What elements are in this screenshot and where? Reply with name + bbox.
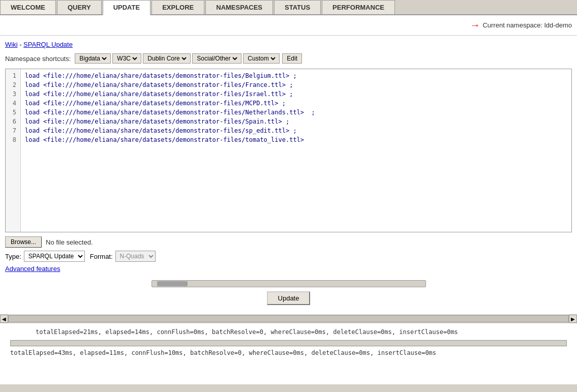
tab-update[interactable]: UPDATE	[103, 0, 150, 15]
breadcrumb: Wiki - SPARQL Update	[5, 41, 572, 48]
results-area: totalElapsed=21ms, elapsed=14ms, connFlu…	[0, 323, 577, 384]
social-other-shortcut[interactable]: Social/Other	[192, 53, 241, 64]
tab-performance[interactable]: PERFORMANCE	[322, 0, 395, 14]
tab-welcome[interactable]: WELCOME	[0, 0, 56, 14]
scrollbar-thumb[interactable]	[157, 281, 188, 286]
edit-button[interactable]: Edit	[282, 53, 302, 64]
line-numbers: 1 2 3 4 5 6 7 8	[6, 69, 21, 232]
code-content[interactable]: load <file:///home/eliana/share/datasets…	[21, 69, 571, 232]
social-other-select[interactable]: Social/Other	[195, 54, 239, 63]
scroll-left-arrow[interactable]: ◀	[0, 315, 8, 323]
dublin-core-shortcut[interactable]: Dublin Core	[143, 53, 191, 64]
namespace-label: Current namespace: ldd-demo	[482, 21, 572, 29]
code-editor[interactable]: 1 2 3 4 5 6 7 8 load <file:///home/elian…	[5, 69, 572, 232]
result-line-1: totalElapsed=21ms, elapsed=14ms, connFlu…	[10, 328, 567, 336]
no-file-label: No file selected.	[46, 238, 93, 246]
advanced-features-link[interactable]: Advanced features	[5, 265, 60, 273]
bottom-scroll-track[interactable]	[8, 315, 569, 322]
format-label: Format:	[90, 253, 113, 260]
type-label: Type:	[5, 253, 21, 260]
namespace-arrow-icon: →	[470, 19, 480, 31]
w3c-shortcut[interactable]: W3C	[112, 53, 141, 64]
update-button[interactable]: Update	[267, 291, 311, 305]
custom-select[interactable]: Custom	[246, 54, 277, 63]
sparql-update-link[interactable]: SPARQL Update	[23, 41, 73, 48]
browse-button[interactable]: Browse...	[5, 236, 42, 248]
type-select[interactable]: SPARQL Update	[24, 251, 85, 262]
tab-status[interactable]: STATUS	[274, 0, 321, 14]
wiki-link[interactable]: Wiki	[5, 41, 18, 48]
scroll-right-arrow[interactable]: ▶	[569, 315, 577, 323]
tab-namespaces[interactable]: NAMESPACES	[205, 0, 273, 14]
file-input-row: Browse... No file selected.	[5, 236, 572, 248]
inner-scroll-track[interactable]	[10, 340, 567, 346]
shortcuts-label: Namespace shortcuts:	[5, 55, 71, 63]
scrollbar-track[interactable]	[151, 280, 426, 287]
custom-shortcut[interactable]: Custom	[243, 53, 280, 64]
result-line-2: totalElapsed=43ms, elapsed=11ms, connFlu…	[10, 349, 567, 356]
bigdata-select[interactable]: Bigdata	[77, 54, 108, 63]
bottom-scrollbar[interactable]: ◀ ▶	[0, 314, 577, 323]
nav-tabs: WELCOME QUERY UPDATE EXPLORE NAMESPACES …	[0, 0, 577, 15]
main-content: Wiki - SPARQL Update Namespace shortcuts…	[0, 36, 577, 314]
tab-explore[interactable]: EXPLORE	[151, 0, 204, 14]
tab-query[interactable]: QUERY	[57, 0, 102, 14]
type-format-row: Type: SPARQL Update Format: N-Quads	[5, 251, 572, 262]
shortcuts-row: Namespace shortcuts: Bigdata W3C Dublin …	[5, 53, 572, 64]
namespace-bar: → Current namespace: ldd-demo	[0, 15, 577, 36]
dublin-core-select[interactable]: Dublin Core	[145, 54, 188, 63]
w3c-select[interactable]: W3C	[115, 54, 139, 63]
breadcrumb-separator: -	[18, 41, 24, 48]
format-select[interactable]: N-Quads	[115, 251, 156, 262]
bigdata-shortcut[interactable]: Bigdata	[75, 53, 111, 64]
update-row: Update	[5, 291, 572, 305]
horizontal-scrollbar[interactable]	[5, 280, 572, 287]
inner-scrollbar[interactable]	[10, 340, 567, 347]
